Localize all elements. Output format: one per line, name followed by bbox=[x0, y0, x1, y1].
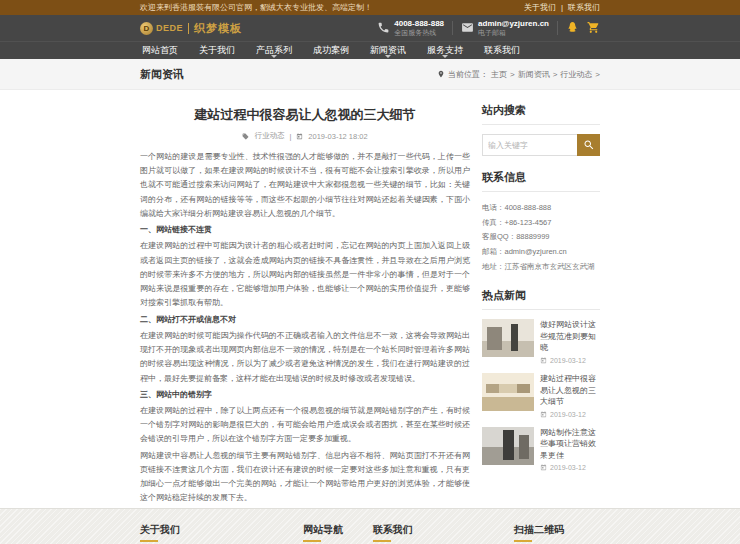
footer-contact: 联系我们 地址：江苏省南京市玄武区玄武湖 电话：4008-888-888 手机：… bbox=[373, 523, 503, 544]
breadcrumb-separator: > bbox=[595, 70, 600, 79]
chevron-down-icon bbox=[442, 55, 448, 58]
breadcrumb: 当前位置： 主页 > 新闻资讯 > 行业动态 > bbox=[437, 69, 600, 80]
site-header: D DEDE 织梦模板 4008-888-888 全国服务热线 admin@yz… bbox=[0, 15, 740, 41]
chevron-down-icon bbox=[385, 55, 391, 58]
page-title: 新闻资讯 bbox=[140, 67, 184, 82]
header-divider-2 bbox=[557, 21, 558, 35]
footer-nav-title: 网站导航 bbox=[303, 523, 361, 537]
news-date: 2019-03-12 bbox=[550, 464, 586, 471]
breadcrumb-prefix: 当前位置： bbox=[448, 69, 488, 80]
news-thumbnail[interactable] bbox=[482, 427, 534, 465]
gold-underline bbox=[303, 540, 321, 542]
footer-about-title: 关于我们 bbox=[140, 523, 292, 537]
hotnews-widget-title: 热点新闻 bbox=[482, 288, 600, 310]
contact-email: 邮箱：admin@yzjuren.cn bbox=[482, 245, 600, 260]
article-subheading: 一、网站链接不连贯 bbox=[140, 223, 470, 237]
nav-label: 联系我们 bbox=[484, 44, 520, 57]
meta-divider: | bbox=[289, 132, 291, 141]
news-thumbnail[interactable] bbox=[482, 319, 534, 357]
footer-qr: 扫描二维码 A bbox=[514, 523, 600, 544]
calendar-icon bbox=[540, 464, 547, 471]
email-address: admin@yzjuren.cn bbox=[478, 19, 549, 29]
gold-underline bbox=[373, 540, 391, 542]
news-title[interactable]: 网站制作注意这些事项让营销效果更佳 bbox=[540, 427, 600, 462]
nav-label: 网站首页 bbox=[142, 44, 178, 57]
breadcrumb-news[interactable]: 新闻资讯 bbox=[518, 69, 550, 80]
location-pin-icon bbox=[437, 70, 445, 78]
nav-item-products[interactable]: 产品系列 bbox=[254, 42, 294, 59]
topbar-divider: | bbox=[561, 3, 563, 12]
contact-widget-title: 联系信息 bbox=[482, 170, 600, 192]
hot-news-item[interactable]: 建站过程中很容易让人忽视的三大细节 2019-03-12 bbox=[482, 373, 600, 418]
nav-item-news[interactable]: 新闻资讯 bbox=[368, 42, 408, 59]
email-label: 电子邮箱 bbox=[478, 29, 549, 37]
contact-address: 地址：江苏省南京市玄武区玄武湖 bbox=[482, 260, 600, 275]
footer-qr-title: 扫描二维码 bbox=[514, 523, 600, 537]
nav-label: 成功案例 bbox=[313, 44, 349, 57]
cart-icon[interactable] bbox=[587, 21, 600, 34]
nav-label: 关于我们 bbox=[199, 44, 235, 57]
logo-site-name: 织梦模板 bbox=[194, 21, 242, 36]
main-nav: 网站首页 关于我们 产品系列 成功案例 新闻资讯 服务支持 联系我们 bbox=[0, 41, 740, 59]
article: 建站过程中很容易让人忽视的三大细节 行业动态 | 2019-03-12 18:0… bbox=[140, 100, 470, 508]
hot-news-item[interactable]: 做好网站设计这些规范准则要知晓 2019-03-12 bbox=[482, 319, 600, 364]
calendar-icon bbox=[540, 357, 547, 364]
breadcrumb-home[interactable]: 主页 bbox=[491, 69, 507, 80]
footer-nav: 网站导航 网站首页 关于我们 产品系列 成功案例 新闻资讯 服务支持 400电话 bbox=[303, 523, 361, 544]
hot-news-item[interactable]: 网站制作注意这些事项让营销效果更佳 2019-03-12 bbox=[482, 427, 600, 472]
footer: 关于我们 D DEDE 织梦模板 香港服装有限公司是一家集自己研发、生产与销售为… bbox=[0, 508, 740, 544]
nav-item-about[interactable]: 关于我们 bbox=[197, 42, 237, 59]
logo-divider bbox=[188, 23, 189, 34]
logo-brand-text: DEDE bbox=[156, 23, 183, 33]
phone-label: 全国服务热线 bbox=[394, 29, 444, 37]
article-paragraph: 在建设网站的时候可能因为操作代码的不正确或者输入的文件信息不一致，这将会导致网站… bbox=[140, 329, 470, 386]
qq-icon[interactable] bbox=[566, 21, 579, 34]
gold-underline bbox=[140, 540, 158, 542]
header-phone-block: 4008-888-888 全国服务热线 bbox=[377, 19, 444, 37]
article-subheading: 三、网站中的错别字 bbox=[140, 388, 470, 402]
site-logo[interactable]: D DEDE 织梦模板 bbox=[140, 21, 242, 36]
phone-number: 4008-888-888 bbox=[394, 19, 444, 29]
sidebar-search-widget: 站内搜索 bbox=[482, 103, 600, 156]
logo-coin-icon: D bbox=[140, 22, 153, 35]
news-date: 2019-03-12 bbox=[550, 411, 586, 418]
header-divider bbox=[452, 21, 453, 35]
article-paragraph: 网站建设中容易让人忽视的细节主要有网站错别字、信息内容不相符、网站页面打不开还有… bbox=[140, 449, 470, 506]
mail-icon bbox=[461, 21, 474, 34]
contact-qq: 客服QQ：88889999 bbox=[482, 230, 600, 245]
search-input[interactable] bbox=[482, 134, 577, 156]
gold-underline bbox=[514, 540, 532, 542]
tag-icon bbox=[242, 133, 249, 140]
article-body: 一个网站的建设是需要专业性、技术性很强的人才能够做的，并不是敲打一些代码，上传一… bbox=[140, 150, 470, 506]
calendar-icon bbox=[540, 411, 547, 418]
welcome-text: 欢迎来到香港服装有限公司官网，貂绒大衣专业批发、高端定制！ bbox=[140, 2, 372, 13]
nav-item-contact[interactable]: 联系我们 bbox=[482, 42, 522, 59]
news-title[interactable]: 做好网站设计这些规范准则要知晓 bbox=[540, 319, 600, 354]
breadcrumb-band: 新闻资讯 当前位置： 主页 > 新闻资讯 > 行业动态 > bbox=[0, 59, 740, 90]
topbar: 欢迎来到香港服装有限公司官网，貂绒大衣专业批发、高端定制！ 关于我们 | 联系我… bbox=[0, 0, 740, 15]
topbar-link-contact[interactable]: 联系我们 bbox=[568, 2, 600, 13]
nav-item-cases[interactable]: 成功案例 bbox=[311, 42, 351, 59]
sidebar-hotnews-widget: 热点新闻 做好网站设计这些规范准则要知晓 2019-03-12 建站过程中很容易… bbox=[482, 288, 600, 471]
news-thumbnail[interactable] bbox=[482, 373, 534, 411]
news-title[interactable]: 建站过程中很容易让人忽视的三大细节 bbox=[540, 373, 600, 408]
search-button[interactable] bbox=[577, 134, 600, 156]
article-paragraph: 在建设网站的过程中可能因为设计者的粗心或者赶时间，忘记在网站的内页上面加入返回上… bbox=[140, 239, 470, 310]
contact-fax: 传真：+86-123-4567 bbox=[482, 216, 600, 231]
topbar-link-about[interactable]: 关于我们 bbox=[524, 2, 556, 13]
phone-icon bbox=[377, 21, 390, 34]
nav-item-support[interactable]: 服务支持 bbox=[425, 42, 465, 59]
article-category[interactable]: 行业动态 bbox=[254, 131, 284, 141]
search-widget-title: 站内搜索 bbox=[482, 103, 600, 125]
article-title: 建站过程中很容易让人忽视的三大细节 bbox=[140, 106, 470, 124]
footer-about: 关于我们 D DEDE 织梦模板 香港服装有限公司是一家集自己研发、生产与销售为… bbox=[140, 523, 292, 544]
breadcrumb-category[interactable]: 行业动态 bbox=[560, 69, 592, 80]
sidebar-contact-widget: 联系信息 电话：4008-888-888 传真：+86-123-4567 客服Q… bbox=[482, 170, 600, 274]
article-subheading: 二、网站打不开或信息不对 bbox=[140, 313, 470, 327]
sidebar: 站内搜索 联系信息 电话：4008-888-888 传真：+86-123-456… bbox=[482, 100, 600, 485]
header-email-block: admin@yzjuren.cn 电子邮箱 bbox=[461, 19, 549, 37]
nav-item-home[interactable]: 网站首页 bbox=[140, 42, 180, 59]
breadcrumb-separator: > bbox=[510, 70, 515, 79]
contact-phone: 电话：4008-888-888 bbox=[482, 201, 600, 216]
article-meta: 行业动态 | 2019-03-12 18:02 bbox=[140, 131, 470, 141]
